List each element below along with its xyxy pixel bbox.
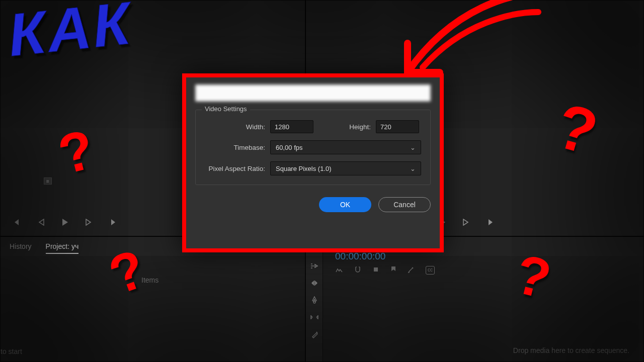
timebase-label: Timebase: bbox=[205, 144, 265, 151]
width-input[interactable] bbox=[270, 120, 313, 133]
slip-tool-icon[interactable] bbox=[309, 312, 319, 322]
par-select[interactable]: Square Pixels (1.0) ⌄ bbox=[270, 161, 421, 175]
timeline-area[interactable]: 00:00:00:00 cc Drop media here to create… bbox=[323, 237, 643, 361]
width-label: Width: bbox=[205, 123, 265, 131]
timeline-option-icons: cc bbox=[335, 266, 634, 275]
step-fwd-icon[interactable] bbox=[83, 216, 95, 228]
video-settings-legend: Video Settings bbox=[202, 105, 250, 113]
timeline-tool-column bbox=[306, 237, 323, 361]
new-item-dialog: Video Settings Width: Height: Timebase: … bbox=[186, 77, 440, 248]
svg-rect-3 bbox=[374, 267, 378, 272]
timeline-panel: 00:00:00:00 cc Drop media here to create… bbox=[305, 236, 644, 362]
track-select-tool-icon[interactable] bbox=[309, 261, 319, 271]
timebase-select[interactable]: 60,00 fps ⌄ bbox=[270, 140, 421, 154]
snap-icon[interactable] bbox=[354, 266, 361, 275]
dialog-highlight-frame: Video Settings Width: Height: Timebase: … bbox=[182, 73, 444, 252]
razor-tool-icon[interactable] bbox=[309, 295, 319, 305]
mark-in-icon[interactable] bbox=[12, 216, 24, 228]
timeline-drop-hint: Drop media here to create sequence. bbox=[513, 346, 629, 354]
video-settings-group: Video Settings Width: Height: Timebase: … bbox=[195, 110, 431, 185]
items-count-label: Items bbox=[1, 276, 305, 284]
nest-icon[interactable] bbox=[335, 266, 343, 275]
tab-project[interactable]: Project: уч bbox=[46, 242, 79, 250]
go-out-icon[interactable] bbox=[484, 216, 496, 228]
timebase-value: 60,00 fps bbox=[276, 144, 303, 151]
play-icon[interactable] bbox=[59, 216, 71, 228]
project-panel: History Project: уч » Items to start bbox=[0, 236, 305, 362]
step-back-icon[interactable] bbox=[35, 216, 47, 228]
chevron-down-icon: ⌄ bbox=[410, 144, 416, 151]
cancel-button[interactable]: Cancel bbox=[378, 197, 431, 212]
timecode-display[interactable]: 00:00:00:00 bbox=[335, 251, 634, 262]
dialog-buttons: OK Cancel bbox=[195, 197, 431, 212]
settings-icon[interactable] bbox=[408, 266, 415, 275]
pen-tool-icon[interactable] bbox=[309, 329, 319, 339]
height-label: Height: bbox=[329, 123, 371, 131]
panel-menu-icon[interactable]: ≡ bbox=[44, 177, 52, 185]
par-value: Square Pixels (1.0) bbox=[276, 165, 332, 172]
ok-button[interactable]: OK bbox=[319, 197, 371, 212]
linked-selection-icon[interactable] bbox=[372, 266, 379, 275]
ripple-tool-icon[interactable] bbox=[309, 278, 319, 288]
import-hint: to start bbox=[1, 347, 22, 355]
tab-history[interactable]: History bbox=[10, 242, 32, 250]
dialog-titlebar[interactable] bbox=[195, 84, 431, 102]
cc-icon[interactable]: cc bbox=[426, 266, 435, 275]
height-input[interactable] bbox=[376, 120, 419, 133]
step-fwd-icon[interactable] bbox=[460, 216, 472, 228]
chevron-down-icon: ⌄ bbox=[410, 165, 416, 172]
par-label: Pixel Aspect Ratio: bbox=[205, 165, 265, 172]
marker-icon[interactable] bbox=[390, 266, 396, 275]
mark-out-icon[interactable] bbox=[106, 216, 118, 228]
